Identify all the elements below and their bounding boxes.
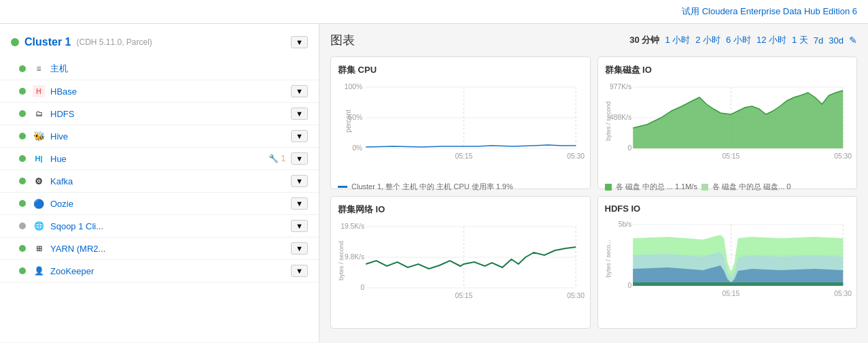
service-name-oozie: Oozie [50,199,291,209]
kafka-dropdown-button[interactable]: ▼ [291,175,308,187]
svg-text:bytes / seco...: bytes / seco... [605,240,612,277]
top-bar: 试用 Cloudera Enterprise Data Hub Edition … [0,0,868,24]
service-dot-hosts [19,65,26,72]
svg-text:0%: 0% [352,144,362,152]
disk-legend-color2 [701,184,708,191]
sqoop-icon: 🌐 [33,220,45,232]
service-name-hbase: HBase [50,86,291,97]
hdfs-dropdown-button[interactable]: ▼ [291,108,308,120]
service-dot-hive [19,133,26,140]
yarn-icon: ⊞ [33,242,45,255]
service-item-hue[interactable]: H| Hue 🔧 1 ▼ [0,148,319,170]
svg-text:bytes / second: bytes / second [605,101,612,141]
chart-hdfs-area: 5b/s 0 bytes / seco... 05:15 05:30 [605,218,850,316]
svg-text:19.5K/s: 19.5K/s [341,223,364,230]
service-name-yarn: YARN (MR2... [50,244,291,254]
service-item-zookeeper[interactable]: 👤 ZooKeeper ▼ [0,260,319,282]
service-item-kafka[interactable]: ⚙ Kafka ▼ [0,170,319,193]
service-dot-hue [19,155,26,162]
cluster-status-dot [11,38,19,46]
svg-text:bytes / second: bytes / second [338,241,345,280]
cluster-dropdown-button[interactable]: ▼ [291,36,308,48]
hbase-icon: H [33,85,45,97]
svg-text:05:15: 05:15 [455,292,473,299]
main-layout: Cluster 1 (CDH 5.11.0, Parcel) ▼ ≡ 主机 H … [0,24,868,342]
chart-network-title: 群集网络 IO [338,203,583,216]
time-7d[interactable]: 7d [814,35,823,46]
oozie-dropdown-button[interactable]: ▼ [291,197,308,210]
chart-disk-legend: 各 磁盘 中的总 ... 1.1M/s 各 磁盘 中的总 磁盘... 0 [605,182,850,192]
service-name-sqoop: Sqoop 1 Cli... [50,221,291,231]
hbase-dropdown-button[interactable]: ▼ [291,85,308,97]
chart-disk-io: 群集磁盘 IO 977K/s 488K/s 0 bytes / second 0… [597,56,858,189]
charts-grid: 群集 CPU 100% 50% 0% [330,56,857,329]
disk-legend-text2: 各 磁盘 中的总 磁盘... 0 [712,182,791,192]
hdfs-icon: 🗂 [33,108,45,120]
main-content: 图表 30 分钟 1 小时 2 小时 6 小时 12 小时 1 天 7d 30d… [319,24,868,342]
service-dot-sqoop [19,223,26,229]
svg-text:05:30: 05:30 [567,152,585,160]
time-2h[interactable]: 2 小时 [695,34,721,46]
service-dot-hdfs [19,110,26,117]
disk-legend-text1: 各 磁盘 中的总 ... 1.1M/s [616,182,697,192]
zookeeper-icon: 👤 [33,265,45,277]
time-1d[interactable]: 1 天 [792,34,808,46]
time-12h[interactable]: 12 小时 [757,34,786,46]
cpu-legend-text: Cluster 1, 整个 主机 中的 主机 CPU 使用率 1.9% [351,182,513,192]
service-item-hbase[interactable]: H HBase ▼ [0,80,319,103]
svg-text:05:30: 05:30 [567,292,585,299]
service-item-hdfs[interactable]: 🗂 HDFS ▼ [0,103,319,125]
svg-text:05:15: 05:15 [722,152,740,160]
service-name-hue: Hue [50,154,268,164]
service-item-oozie[interactable]: 🔵 Oozie ▼ [0,193,319,215]
hive-icon: 🐝 [33,130,45,142]
chart-hdfs-title: HDFS IO [605,203,850,214]
chart-disk-title: 群集磁盘 IO [605,64,850,76]
hue-dropdown-button[interactable]: ▼ [291,152,308,165]
time-1h[interactable]: 1 小时 [665,34,690,46]
chart-hdfs-io: HDFS IO 5b/s 0 bytes / seco... 05:15 05:… [597,196,858,329]
yarn-dropdown-button[interactable]: ▼ [291,242,308,255]
time-30min[interactable]: 30 分钟 [629,34,659,46]
kafka-icon: ⚙ [33,175,45,187]
service-name-kafka: Kafka [50,176,291,186]
service-dot-hbase [19,88,26,95]
svg-text:0: 0 [627,282,631,289]
oozie-icon: 🔵 [33,197,45,210]
service-item-hosts: ≡ 主机 [0,58,319,80]
cluster-version: (CDH 5.11.0, Parcel) [76,37,152,47]
chart-cpu-title: 群集 CPU [338,64,583,76]
service-dot-yarn [19,245,26,252]
service-name-hosts[interactable]: 主机 [50,63,308,75]
cluster-name[interactable]: Cluster 1 [24,36,71,48]
hue-warning: 🔧 1 [268,154,285,163]
service-item-hive[interactable]: 🐝 Hive ▼ [0,125,319,148]
chart-cpu-legend: Cluster 1, 整个 主机 中的 主机 CPU 使用率 1.9% [338,182,583,192]
cpu-legend-color [338,186,347,188]
time-30d[interactable]: 30d [829,35,844,46]
trial-text: 试用 Cloudera Enterprise Data Hub Edition … [682,6,857,16]
hue-icon: H| [33,152,45,165]
disk-legend-color1 [605,184,612,191]
chart-network-io: 群集网络 IO 19.5K/s 9.8K/s 0 bytes / second … [330,196,591,329]
svg-text:9.8K/s: 9.8K/s [345,253,364,261]
time-6h[interactable]: 6 小时 [726,34,751,46]
sidebar: Cluster 1 (CDH 5.11.0, Parcel) ▼ ≡ 主机 H … [0,24,319,342]
service-item-sqoop[interactable]: 🌐 Sqoop 1 Cli... ▼ [0,215,319,238]
hive-dropdown-button[interactable]: ▼ [291,130,308,142]
svg-text:100%: 100% [345,83,362,91]
time-controls: 30 分钟 1 小时 2 小时 6 小时 12 小时 1 天 7d 30d ✎ [629,34,857,46]
svg-text:05:15: 05:15 [455,152,473,160]
hosts-icon: ≡ [33,63,45,75]
service-name-hdfs: HDFS [50,109,291,119]
svg-text:977K/s: 977K/s [610,83,631,91]
service-dot-oozie [19,200,26,207]
svg-text:percent: percent [344,110,351,132]
zookeeper-dropdown-button[interactable]: ▼ [291,265,308,277]
service-dot-zookeeper [19,267,26,274]
service-name-hive: Hive [50,131,291,142]
service-item-yarn[interactable]: ⊞ YARN (MR2... ▼ [0,238,319,260]
edit-timerange-icon[interactable]: ✎ [849,35,857,46]
charts-title: 图表 [330,32,355,48]
sqoop-dropdown-button[interactable]: ▼ [291,220,308,232]
